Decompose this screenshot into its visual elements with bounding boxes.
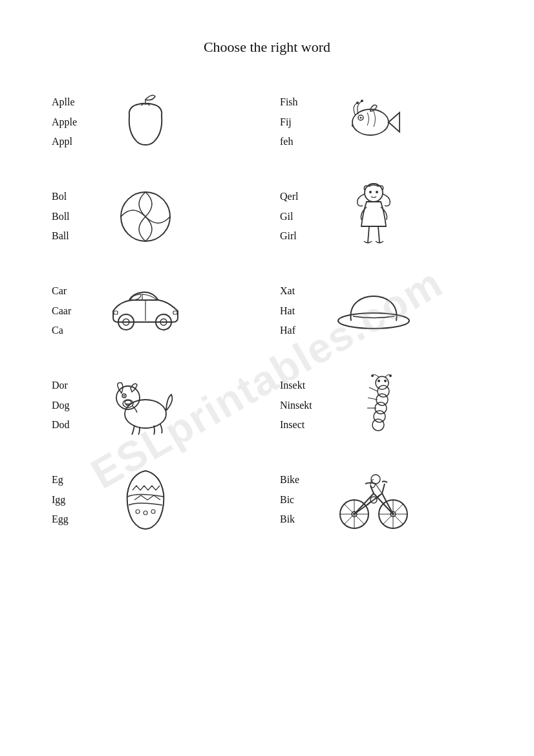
exercise-grid: Aplle Apple Appl Fish Fij feh	[39, 75, 495, 547]
svg-point-4	[356, 102, 359, 104]
svg-point-11	[376, 191, 378, 193]
word-car: Car	[52, 284, 97, 298]
word-haf: Haf	[280, 323, 325, 338]
word-insekt: Insekt	[280, 378, 325, 393]
word-hat: Hat	[280, 304, 325, 318]
svg-point-10	[369, 191, 372, 193]
page-title: Choose the right word	[39, 39, 495, 56]
item-car: Car Caar Ca	[39, 264, 267, 358]
word-ca: Ca	[52, 323, 97, 338]
word-eg: Eg	[52, 473, 97, 487]
image-dog	[110, 370, 181, 441]
word-egg: Egg	[52, 512, 97, 526]
word-bic: Bic	[280, 493, 325, 507]
svg-point-33	[384, 380, 387, 382]
word-caar: Caar	[52, 304, 97, 318]
image-insect	[338, 370, 409, 441]
svg-point-20	[125, 400, 166, 428]
svg-point-19	[338, 313, 409, 329]
word-gil: Gil	[280, 210, 325, 224]
word-dor: Dor	[52, 378, 97, 393]
words-girl: Qerl Gil Girl	[280, 189, 325, 243]
words-apple: Aplle Apple Appl	[52, 95, 97, 149]
image-fish	[338, 87, 409, 158]
svg-point-31	[372, 419, 384, 431]
word-dog: Dog	[52, 398, 97, 413]
word-insect: Insect	[280, 418, 325, 432]
item-fish: Fish Fij feh	[267, 75, 495, 169]
word-ninsekt: Ninsekt	[280, 398, 325, 413]
svg-point-41	[151, 510, 155, 513]
svg-line-60	[382, 484, 385, 493]
svg-line-8	[368, 226, 369, 243]
word-ball: Ball	[52, 229, 97, 243]
word-aplle: Aplle	[52, 95, 97, 109]
svg-line-62	[367, 502, 370, 505]
item-ball: Bol Boll Ball	[39, 169, 267, 264]
word-appl: Appl	[52, 135, 97, 149]
word-dod: Dod	[52, 418, 97, 432]
svg-rect-17	[173, 311, 177, 314]
svg-point-40	[144, 511, 147, 515]
image-bike	[338, 464, 409, 535]
svg-line-54	[354, 493, 374, 514]
svg-line-9	[378, 226, 379, 243]
svg-point-34	[371, 374, 374, 377]
words-insect: Insekt Ninsekt Insect	[280, 378, 325, 432]
word-bike: Bike	[280, 473, 325, 487]
image-car	[110, 275, 181, 347]
svg-point-39	[136, 510, 140, 513]
words-fish: Fish Fij feh	[280, 95, 325, 149]
image-egg	[110, 464, 181, 535]
words-car: Car Caar Ca	[52, 284, 97, 338]
item-bike: Bike Bic Bik	[267, 453, 495, 547]
item-girl: Qerl Gil Girl	[267, 169, 495, 264]
svg-point-5	[361, 100, 363, 102]
words-egg: Eg Igg Egg	[52, 473, 97, 526]
svg-point-64	[371, 475, 380, 484]
svg-point-30	[374, 411, 385, 422]
svg-point-26	[376, 376, 389, 389]
svg-point-3	[360, 117, 362, 119]
item-hat: Xat Hat Haf	[267, 264, 495, 358]
word-fish: Fish	[280, 95, 325, 109]
image-girl	[338, 181, 409, 252]
word-feh: feh	[280, 135, 325, 149]
svg-point-29	[375, 402, 387, 414]
item-egg: Eg Igg Egg	[39, 453, 267, 547]
item-apple: Aplle Apple Appl	[39, 75, 267, 169]
svg-rect-18	[114, 311, 118, 314]
svg-point-32	[378, 380, 380, 382]
word-boll: Boll	[52, 210, 97, 224]
words-ball: Bol Boll Ball	[52, 189, 97, 243]
svg-point-23	[123, 394, 125, 396]
word-girl: Girl	[280, 229, 325, 243]
image-ball	[110, 181, 181, 252]
svg-point-7	[365, 184, 383, 202]
word-xat: Xat	[280, 284, 325, 298]
words-hat: Xat Hat Haf	[280, 284, 325, 338]
word-bol: Bol	[52, 189, 97, 204]
image-apple	[110, 87, 181, 158]
word-qerl: Qerl	[280, 189, 325, 204]
item-insect: Insekt Ninsekt Insect	[267, 358, 495, 453]
word-igg: Igg	[52, 493, 97, 507]
words-bike: Bike Bic Bik	[280, 473, 325, 526]
svg-point-35	[389, 374, 392, 377]
word-bik: Bik	[280, 512, 325, 526]
item-dog: Dor Dog Dod	[39, 358, 267, 453]
svg-point-28	[376, 394, 388, 405]
svg-line-36	[369, 387, 378, 391]
words-dog: Dor Dog Dod	[52, 378, 97, 432]
word-fij: Fij	[280, 115, 325, 129]
svg-point-24	[125, 400, 131, 404]
word-apple: Apple	[52, 115, 97, 129]
svg-point-27	[378, 385, 389, 397]
image-hat	[338, 275, 409, 347]
